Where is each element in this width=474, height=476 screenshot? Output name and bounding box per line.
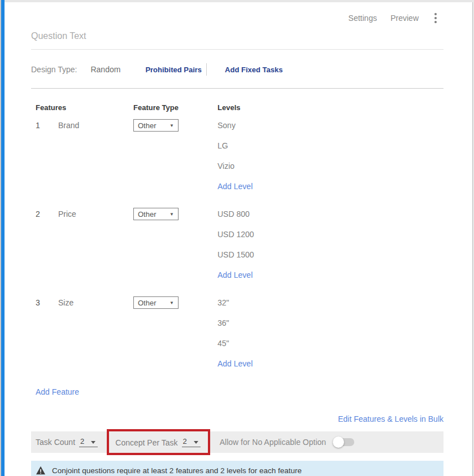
task-count-value: 2	[80, 438, 84, 445]
feature-name[interactable]: Price	[58, 208, 133, 220]
feature-type-selected-value: Other	[138, 299, 156, 307]
conjoint-controls-bar: Task Count 2 Concept Per Task 2 Allow fo…	[31, 431, 443, 453]
level-item[interactable]: Vizio	[218, 160, 443, 180]
no-applicable-toggle[interactable]	[333, 438, 354, 446]
conjoint-warning-banner: Conjoint questions require at least 2 fe…	[31, 461, 443, 476]
design-type-row: Design Type: Random Prohibited Pairs Add…	[31, 63, 443, 89]
feature-type-select[interactable]: Other ▼	[133, 208, 179, 220]
select-arrow-icon: ▼	[169, 300, 174, 305]
dropdown-arrow-icon	[91, 441, 95, 444]
select-arrow-icon: ▼	[169, 212, 174, 217]
features-column-header: Features	[31, 103, 133, 112]
concept-per-task-select[interactable]: 2	[182, 438, 201, 447]
feature-number: 2	[31, 208, 58, 220]
vertical-divider	[206, 63, 207, 76]
question-toolbar: Settings Preview	[31, 2, 443, 25]
preview-link[interactable]: Preview	[390, 14, 419, 23]
settings-link[interactable]: Settings	[349, 14, 377, 23]
feature-row-size: 3 Size Other ▼ 32" 36" 45" Add Level	[31, 296, 443, 378]
question-text-placeholder: Question Text	[31, 31, 443, 41]
page-right-edge	[472, 2, 473, 476]
feature-number: 3	[31, 296, 58, 309]
design-type-value: Random	[90, 65, 120, 74]
prohibited-pairs-link[interactable]: Prohibited Pairs	[145, 65, 202, 74]
add-fixed-tasks-link[interactable]: Add Fixed Tasks	[225, 65, 282, 74]
concept-per-task-highlight-box: Concept Per Task 2	[107, 429, 210, 455]
select-arrow-icon: ▼	[169, 123, 174, 128]
dropdown-arrow-icon	[194, 441, 198, 444]
conjoint-question-editor: Settings Preview Question Text Design Ty…	[31, 2, 443, 476]
level-item[interactable]: Sony	[218, 119, 443, 139]
question-text-field[interactable]: Question Text	[31, 31, 443, 50]
level-item[interactable]: LG	[218, 139, 443, 160]
level-item[interactable]: 36"	[218, 317, 443, 337]
feature-name[interactable]: Brand	[58, 119, 133, 132]
concept-per-task-value: 2	[183, 438, 187, 445]
feature-number: 1	[31, 119, 58, 132]
feature-type-selected-value: Other	[138, 210, 156, 219]
feature-type-selected-value: Other	[138, 121, 156, 130]
add-level-link[interactable]: Add Level	[218, 270, 253, 280]
levels-list: USD 800 USD 1200 USD 1500 Add Level	[218, 208, 443, 289]
add-level-link[interactable]: Add Level	[218, 359, 253, 368]
add-level-link[interactable]: Add Level	[218, 182, 253, 191]
edit-features-levels-bulk-link[interactable]: Edit Features & Levels in Bulk	[338, 414, 443, 423]
feature-type-column-header: Feature Type	[133, 103, 218, 112]
toggle-knob	[333, 436, 344, 448]
concept-per-task-label: Concept Per Task	[115, 438, 177, 447]
levels-list: 32" 36" 45" Add Level	[218, 296, 443, 378]
level-item[interactable]: USD 1500	[218, 248, 443, 269]
level-item[interactable]: 32"	[218, 296, 443, 317]
no-applicable-option-label: Allow for No Applicable Option	[220, 438, 326, 447]
design-type-label: Design Type:	[31, 65, 77, 74]
task-count-label: Task Count	[36, 438, 75, 447]
feature-type-select[interactable]: Other ▼	[133, 296, 179, 309]
warning-text: Conjoint questions require at least 2 fe…	[52, 466, 302, 475]
feature-row-brand: 1 Brand Other ▼ Sony LG Vizio Add Level	[31, 119, 443, 200]
level-item[interactable]: USD 800	[218, 208, 443, 228]
feature-type-select[interactable]: Other ▼	[133, 119, 179, 132]
warning-triangle-icon	[36, 466, 46, 475]
kebab-menu-icon[interactable]	[432, 12, 439, 24]
feature-row-price: 2 Price Other ▼ USD 800 USD 1200 USD 150…	[31, 208, 443, 289]
features-table-header: Features Feature Type Levels	[31, 103, 443, 112]
feature-name[interactable]: Size	[58, 296, 133, 309]
level-item[interactable]: 45"	[218, 337, 443, 357]
features-table: Features Feature Type Levels 1 Brand Oth…	[31, 103, 443, 397]
question-accent-bar	[1, 0, 5, 476]
levels-column-header: Levels	[218, 103, 443, 112]
task-count-select[interactable]: 2	[79, 438, 98, 447]
add-feature-link[interactable]: Add Feature	[36, 387, 79, 396]
level-item[interactable]: USD 1200	[218, 228, 443, 248]
levels-list: Sony LG Vizio Add Level	[218, 119, 443, 200]
